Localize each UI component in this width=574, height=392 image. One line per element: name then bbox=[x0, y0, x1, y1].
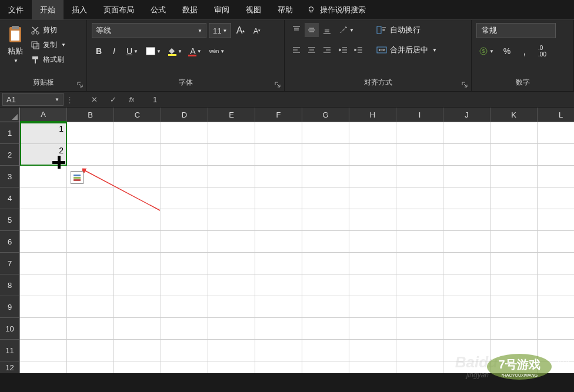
cell[interactable] bbox=[443, 231, 490, 253]
cell[interactable] bbox=[208, 231, 255, 253]
cell[interactable] bbox=[161, 296, 208, 318]
align-center-button[interactable] bbox=[305, 43, 319, 57]
cell[interactable] bbox=[396, 253, 443, 274]
enter-formula-button[interactable]: ✓ bbox=[104, 93, 122, 106]
menu-view[interactable]: 视图 bbox=[238, 0, 269, 19]
cell-A1[interactable]: 1 bbox=[20, 122, 67, 144]
cell[interactable] bbox=[490, 296, 538, 318]
font-color-button[interactable]: A▼ bbox=[186, 44, 206, 58]
column-header[interactable]: B bbox=[67, 108, 114, 122]
font-size-combo[interactable]: 11 ▼ bbox=[209, 23, 231, 38]
cell[interactable] bbox=[67, 361, 114, 373]
paste-button[interactable]: 粘贴 ▼ bbox=[5, 23, 26, 76]
row-header[interactable]: 7 bbox=[0, 253, 20, 274]
cell[interactable] bbox=[255, 361, 302, 373]
cell[interactable] bbox=[490, 122, 538, 144]
cell[interactable] bbox=[349, 361, 396, 373]
cell[interactable] bbox=[302, 122, 349, 144]
cell[interactable] bbox=[255, 209, 302, 231]
cell[interactable] bbox=[114, 209, 161, 231]
cell[interactable] bbox=[396, 340, 443, 361]
cut-button[interactable]: 剪切 bbox=[28, 24, 68, 36]
cell[interactable] bbox=[67, 253, 114, 274]
cell[interactable] bbox=[396, 274, 443, 296]
cell[interactable] bbox=[208, 253, 255, 274]
cell[interactable] bbox=[255, 253, 302, 274]
cell[interactable] bbox=[114, 166, 161, 187]
cell[interactable] bbox=[114, 340, 161, 361]
accounting-format-button[interactable]: $▼ bbox=[476, 44, 496, 58]
cell[interactable] bbox=[20, 340, 67, 361]
cell[interactable] bbox=[396, 187, 443, 209]
cell[interactable] bbox=[349, 122, 396, 144]
cell[interactable] bbox=[302, 187, 349, 209]
italic-button[interactable]: I bbox=[107, 44, 121, 58]
cell[interactable] bbox=[20, 187, 67, 209]
formula-input[interactable]: 1 bbox=[141, 95, 169, 104]
menu-home[interactable]: 开始 bbox=[32, 0, 64, 19]
cell[interactable] bbox=[208, 361, 255, 373]
cell[interactable] bbox=[208, 144, 255, 166]
cell[interactable] bbox=[490, 274, 538, 296]
column-header[interactable]: G bbox=[302, 108, 349, 122]
cell[interactable] bbox=[349, 144, 396, 166]
cell[interactable] bbox=[396, 144, 443, 166]
cell[interactable] bbox=[302, 318, 349, 340]
increase-font-button[interactable]: A▴ bbox=[233, 24, 248, 38]
cell[interactable] bbox=[208, 166, 255, 187]
cell[interactable] bbox=[538, 122, 574, 144]
column-header[interactable]: C bbox=[114, 108, 161, 122]
cell[interactable] bbox=[255, 340, 302, 361]
increase-decimal-button[interactable]: .0.00 bbox=[535, 44, 549, 58]
cell[interactable] bbox=[161, 166, 208, 187]
cell[interactable] bbox=[443, 253, 490, 274]
cell[interactable] bbox=[302, 340, 349, 361]
cell[interactable] bbox=[114, 274, 161, 296]
cell[interactable] bbox=[67, 122, 114, 144]
cell[interactable] bbox=[490, 187, 538, 209]
cell[interactable] bbox=[208, 122, 255, 144]
cell[interactable] bbox=[67, 187, 114, 209]
cell[interactable] bbox=[67, 231, 114, 253]
cell[interactable] bbox=[20, 231, 67, 253]
percent-button[interactable]: % bbox=[500, 44, 514, 58]
cell[interactable] bbox=[20, 361, 67, 373]
cell[interactable] bbox=[538, 209, 574, 231]
decrease-font-button[interactable]: A▾ bbox=[250, 24, 264, 38]
cell[interactable] bbox=[302, 209, 349, 231]
column-header[interactable]: J bbox=[443, 108, 490, 122]
cell[interactable] bbox=[208, 209, 255, 231]
cell[interactable] bbox=[161, 361, 208, 373]
cell[interactable] bbox=[161, 340, 208, 361]
cell[interactable] bbox=[443, 166, 490, 187]
cell[interactable] bbox=[114, 361, 161, 373]
cell[interactable] bbox=[20, 296, 67, 318]
cell[interactable] bbox=[67, 318, 114, 340]
cell[interactable] bbox=[538, 144, 574, 166]
border-button[interactable]: ▼ bbox=[144, 44, 163, 58]
cell[interactable] bbox=[208, 340, 255, 361]
cell[interactable] bbox=[396, 231, 443, 253]
menu-file[interactable]: 文件 bbox=[0, 0, 32, 19]
cell[interactable] bbox=[396, 209, 443, 231]
row-header[interactable]: 9 bbox=[0, 296, 20, 318]
cell[interactable] bbox=[349, 296, 396, 318]
cell[interactable] bbox=[349, 231, 396, 253]
cell[interactable] bbox=[255, 318, 302, 340]
cell[interactable] bbox=[20, 318, 67, 340]
cell[interactable] bbox=[443, 187, 490, 209]
cell[interactable] bbox=[302, 231, 349, 253]
select-all-button[interactable] bbox=[0, 108, 20, 122]
column-header[interactable]: A bbox=[20, 108, 67, 122]
cell[interactable] bbox=[349, 253, 396, 274]
cell[interactable] bbox=[490, 209, 538, 231]
column-header[interactable]: D bbox=[161, 108, 208, 122]
cell[interactable] bbox=[208, 318, 255, 340]
font-name-combo[interactable]: 等线 ▼ bbox=[92, 23, 206, 38]
column-header[interactable]: K bbox=[490, 108, 538, 122]
column-header[interactable]: E bbox=[208, 108, 255, 122]
cell[interactable] bbox=[161, 274, 208, 296]
align-middle-button[interactable] bbox=[305, 23, 319, 37]
cell[interactable] bbox=[349, 274, 396, 296]
column-header[interactable]: I bbox=[396, 108, 443, 122]
